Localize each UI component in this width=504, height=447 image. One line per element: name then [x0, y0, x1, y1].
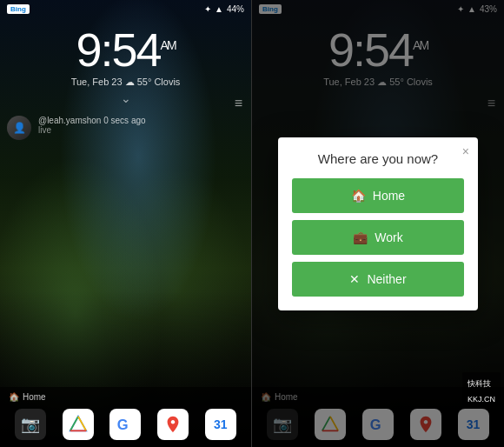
drive-app[interactable]	[63, 409, 94, 440]
watermark-url: KKJ.CN	[468, 395, 495, 404]
status-right: ✦ ▲ 44%	[204, 4, 244, 14]
left-phone: Bing ✦ ▲ 44% 9:54AM Tue, Feb 23 ☁ 55° Cl…	[0, 0, 252, 447]
home-btn-icon: 🏠	[351, 189, 366, 203]
work-btn-icon: 💼	[353, 230, 368, 244]
location-dialog: × Where are you now? 🏠 Home 💼 Work ✕ Nei…	[278, 137, 478, 310]
google-app[interactable]: G	[109, 409, 141, 440]
bing-logo: Bing	[7, 4, 30, 14]
calendar-app[interactable]: 31	[205, 409, 236, 440]
camera-app[interactable]: 📷	[15, 409, 46, 440]
home-label-left: 🏠 Home	[0, 387, 251, 404]
clock-date-left: Tue, Feb 23 ☁ 55° Clovis	[0, 77, 251, 88]
work-option-button[interactable]: 💼 Work	[292, 220, 464, 255]
neither-btn-label: Neither	[367, 272, 406, 286]
home-btn-label: Home	[373, 189, 405, 203]
clock-time-left: 9:54AM	[0, 26, 251, 73]
notif-content: @leah.yamshon 0 secs ago live	[38, 116, 244, 135]
watermark: 快科技 KKJ.CN	[462, 372, 501, 407]
notif-username: @leah.yamshon 0 secs ago	[38, 116, 244, 125]
app-dock-left: 📷 G 31	[0, 404, 251, 447]
status-left: Bing	[7, 4, 30, 14]
work-btn-label: Work	[375, 230, 402, 244]
maps-app[interactable]	[157, 409, 189, 440]
bottom-bar-left: 🏠 Home 📷 G 31	[0, 387, 251, 447]
clock-area-left: 9:54AM Tue, Feb 23 ☁ 55° Clovis	[0, 17, 251, 88]
neither-option-button[interactable]: ✕ Neither	[292, 262, 464, 297]
battery-indicator: 44%	[227, 4, 244, 14]
status-bar-left: Bing ✦ ▲ 44%	[0, 0, 251, 17]
home-option-button[interactable]: 🏠 Home	[292, 178, 464, 213]
bluetooth-icon: ✦	[204, 4, 211, 14]
dialog-title: Where are you now?	[292, 151, 464, 166]
notif-status: live	[38, 125, 244, 135]
notif-avatar: 👤	[7, 116, 31, 140]
notification-item[interactable]: 👤 @leah.yamshon 0 secs ago live	[7, 116, 244, 140]
dialog-close-button[interactable]: ×	[462, 144, 469, 158]
signal-icon: ▲	[215, 4, 223, 14]
right-phone: Bing ✦ ▲ 43% 9:54AM Tue, Feb 23 ☁ 55° Cl…	[252, 0, 504, 447]
chevron-down-icon[interactable]: ⌄	[0, 91, 251, 105]
hamburger-menu[interactable]: ≡	[235, 96, 242, 111]
svg-marker-1	[70, 417, 86, 431]
svg-text:G: G	[117, 417, 129, 432]
watermark-brand: 快科技	[468, 379, 491, 388]
neither-btn-icon: ✕	[349, 272, 360, 286]
